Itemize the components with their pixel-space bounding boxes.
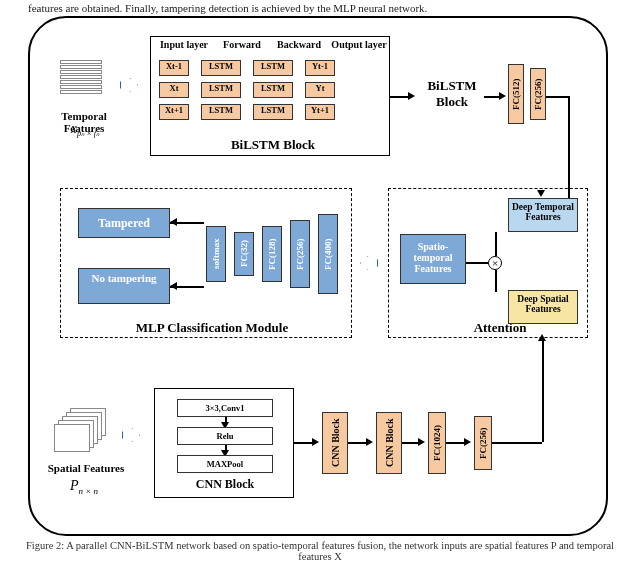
lstm-output: Yt (305, 82, 335, 98)
lstm-input: Xt (159, 82, 189, 98)
lstm-cell: LSTM (201, 60, 241, 76)
fc-layer-32: FC(32) (234, 232, 254, 276)
fc-layer-256: FC(256) (530, 68, 546, 120)
temporal-features-formula: Xpₙ × fₙ (50, 124, 120, 138)
cnn-block: 3×3,Conv1 Relu MAXPool CNN Block (154, 388, 294, 498)
fc-layer-256: FC(256) (290, 220, 310, 288)
relu-layer: Relu (177, 427, 273, 445)
cnn-block-2: CNN Block (322, 412, 348, 474)
fc-layer-128: FC(128) (262, 226, 282, 282)
bilstm-header: Backward (271, 39, 327, 50)
spatial-features-formula: Pn × n (54, 478, 114, 496)
multiply-op-icon: × (488, 256, 502, 270)
spatial-features-title: Spatial Features (40, 462, 132, 474)
arrow-icon (122, 428, 140, 442)
maxpool-layer: MAXPool (177, 455, 273, 473)
lstm-cell: LSTM (253, 104, 293, 120)
lstm-cell: LSTM (201, 82, 241, 98)
fc-layer-1024: FC(1024) (428, 412, 446, 474)
cnn-block-3: CNN Block (376, 412, 402, 474)
conv-layer: 3×3,Conv1 (177, 399, 273, 417)
lstm-output: Yt-1 (305, 60, 335, 76)
deep-spatial-features: Deep Spatial Features (508, 290, 578, 324)
figure-caption: Figure 2: A parallel CNN-BiLSTM network … (18, 540, 622, 562)
output-no-tampering: No tampering (78, 268, 170, 304)
lstm-input: Xt-1 (159, 60, 189, 76)
lstm-output: Yt+1 (305, 104, 335, 120)
fc-layer-512: FC(512) (508, 64, 524, 124)
page-intro-text: features are obtained. Finally, tamperin… (0, 0, 640, 16)
bilstm-block-label: BiLSTM Block (420, 78, 484, 110)
deep-temporal-features: Deep Temporal Features (508, 198, 578, 232)
bilstm-title: BiLSTM Block (213, 137, 333, 153)
bilstm-header: Input layer (157, 39, 211, 50)
bilstm-block: Input layer Forward Backward Output laye… (150, 36, 390, 156)
lstm-cell: LSTM (201, 104, 241, 120)
lstm-cell: LSTM (253, 60, 293, 76)
lstm-input: Xt+1 (159, 104, 189, 120)
temporal-features-icon (60, 60, 102, 95)
bilstm-header: Output layer (329, 39, 389, 50)
mlp-title: MLP Classification Module (112, 320, 312, 336)
cnn-block-title: CNN Block (179, 477, 271, 492)
bilstm-header: Forward (217, 39, 267, 50)
output-tampered: Tampered (78, 208, 170, 238)
architecture-figure: Temporal Features Xpₙ × fₙ Input layer F… (28, 16, 608, 536)
fc-layer-400: FC(400) (318, 214, 338, 294)
arrow-icon (360, 256, 378, 270)
spatio-temporal-features: Spatio-temporal Features (400, 234, 466, 284)
softmax-layer: softmax (206, 226, 226, 282)
lstm-cell: LSTM (253, 82, 293, 98)
fc-layer-256-bottom: FC(256) (474, 416, 492, 470)
arrow-icon (120, 78, 138, 92)
